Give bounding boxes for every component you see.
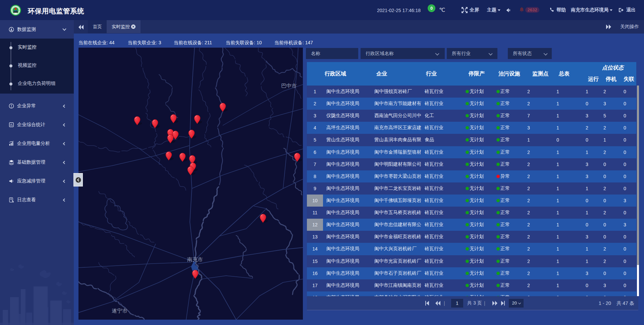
svg-text:遂宁市: 遂宁市 bbox=[112, 308, 127, 314]
svg-text:南充市: 南充市 bbox=[187, 257, 203, 262]
svg-text:巴中市: 巴中市 bbox=[281, 83, 297, 89]
